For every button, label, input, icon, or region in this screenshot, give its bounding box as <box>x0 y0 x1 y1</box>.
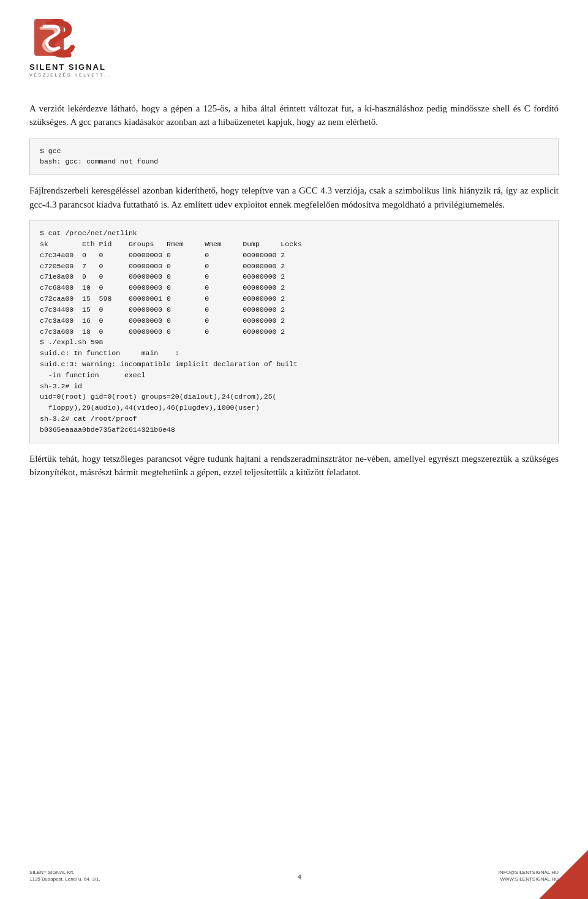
decorative-triangle <box>539 850 588 899</box>
paragraph-2: Fájlrendszerbeli keresgéléssel azonban k… <box>29 184 559 211</box>
logo-area: SILENT SIGNAL VÉSZJELZÉS HELYETT... <box>29 17 111 77</box>
page: SILENT SIGNAL VÉSZJELZÉS HELYETT... A ve… <box>0 0 588 899</box>
footer-page-number: 4 <box>298 873 301 882</box>
logo-sub-text: VÉSZJELZÉS HELYETT... <box>29 73 111 77</box>
code-block-2: $ cat /proc/net/netlink sk Eth Pid Group… <box>29 220 559 443</box>
footer-company: SILENT SIGNAL Kft. <box>29 870 100 875</box>
footer: SILENT SIGNAL Kft. 1135 Budapest, Lehel … <box>0 870 588 882</box>
header: SILENT SIGNAL VÉSZJELZÉS HELYETT... <box>0 0 588 89</box>
main-content: A verziót lekérdezve látható, hogy a gép… <box>0 89 588 537</box>
code-block-1: $ gcc bash: gcc: command not found <box>29 138 559 176</box>
footer-left: SILENT SIGNAL Kft. 1135 Budapest, Lehel … <box>29 870 100 882</box>
footer-address: 1135 Budapest, Lehel u. 64. 3/1. <box>29 876 100 882</box>
paragraph-3: Elértük tehát, hogy tetszőleges parancso… <box>29 452 559 480</box>
company-logo <box>29 17 78 60</box>
logo-main-text: SILENT SIGNAL <box>29 62 106 72</box>
paragraph-1: A verziót lekérdezve látható, hogy a gép… <box>29 102 559 129</box>
